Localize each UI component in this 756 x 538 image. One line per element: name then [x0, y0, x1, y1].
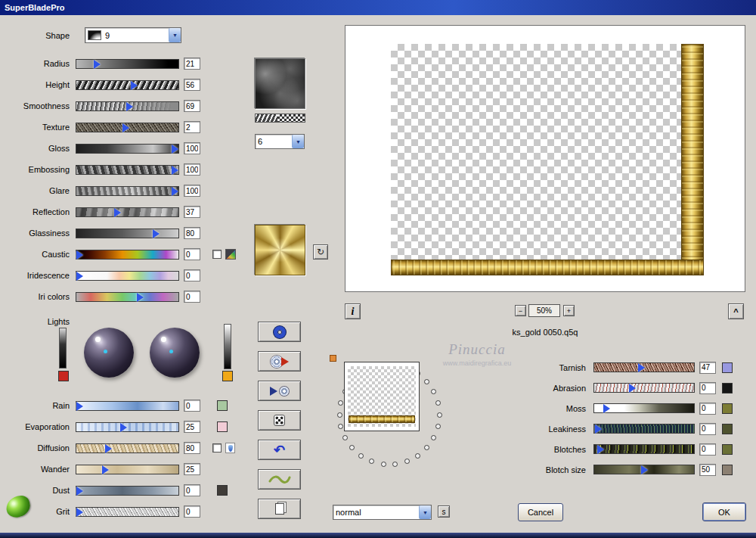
slider-value-grit[interactable] [184, 505, 200, 518]
slider-value-evaporation[interactable] [184, 421, 200, 433]
slider-thumb-height[interactable] [131, 81, 138, 90]
slider-value-rain[interactable] [184, 400, 200, 412]
slider-track-glassiness[interactable] [76, 229, 179, 238]
dial-dot[interactable] [349, 445, 355, 450]
color-swatch-blotches[interactable] [722, 444, 733, 455]
slider-thumb-moss[interactable] [603, 404, 610, 413]
chevron-down-icon[interactable]: ▼ [419, 505, 431, 519]
slider-thumb-reflection[interactable] [114, 208, 121, 217]
slider-track-iridescence[interactable] [76, 271, 179, 281]
slider-value-gloss[interactable] [184, 142, 200, 154]
checkbox-caustic[interactable] [212, 250, 222, 259]
water-wave-button[interactable] [258, 469, 301, 490]
slider-value-iridescence[interactable] [184, 269, 200, 281]
slider-value-leakiness[interactable] [699, 423, 716, 435]
slider-track-reflection[interactable] [76, 207, 179, 217]
light-color-swatch-right[interactable] [222, 371, 233, 381]
environment-map-preview[interactable] [255, 225, 305, 275]
dial-dot[interactable] [338, 400, 343, 406]
slider-track-smoothness[interactable] [76, 101, 179, 111]
dial-dot[interactable] [392, 462, 398, 467]
slider-thumb-radius[interactable] [94, 60, 101, 69]
color-swatch-abrasion[interactable] [722, 383, 733, 393]
color-swatch-blotch-size[interactable] [722, 465, 733, 475]
light-color-swatch-left[interactable] [58, 371, 69, 381]
ok-button[interactable]: OK [702, 502, 746, 521]
slider-value-height[interactable] [184, 79, 200, 91]
slider-value-embossing[interactable] [184, 163, 200, 176]
light-ball-2[interactable] [150, 328, 200, 378]
blend-mode-select[interactable]: normal ▼ [333, 505, 432, 520]
info-button[interactable]: i [345, 303, 361, 319]
slider-track-rain[interactable] [76, 401, 179, 411]
slider-value-glassiness[interactable] [184, 227, 200, 239]
slider-value-radius[interactable] [184, 58, 200, 70]
slider-thumb-glassiness[interactable] [153, 229, 160, 238]
color-swatch-evaporation[interactable] [217, 421, 228, 432]
light-position-dot[interactable] [169, 350, 173, 353]
slider-value-smoothness[interactable] [184, 100, 200, 112]
ring-tool-button[interactable] [258, 322, 301, 342]
slider-thumb-embossing[interactable] [172, 166, 178, 175]
slider-track-diffusion[interactable] [76, 443, 179, 453]
slider-value-caustic[interactable] [184, 248, 200, 260]
light-intensity-slider-right[interactable] [224, 324, 231, 369]
slider-thumb-grit[interactable] [76, 508, 83, 517]
slider-value-abrasion[interactable] [699, 382, 716, 394]
dial-dot[interactable] [424, 445, 429, 450]
slider-thumb-dust[interactable] [76, 487, 83, 496]
slider-track-iri-colors[interactable] [76, 292, 179, 302]
slider-track-evaporation[interactable] [76, 422, 179, 432]
slider-thumb-glare[interactable] [172, 187, 178, 196]
caustic-colors-icon[interactable] [225, 249, 236, 260]
slider-track-gloss[interactable] [76, 144, 179, 154]
dial-dot[interactable] [435, 424, 441, 429]
dial-dot[interactable] [342, 435, 348, 440]
slider-value-tarnish[interactable] [699, 362, 716, 374]
slider-thumb-tarnish[interactable] [638, 363, 645, 372]
slider-track-moss[interactable] [593, 403, 695, 413]
cancel-button[interactable]: Cancel [518, 503, 563, 521]
color-swatch-moss[interactable] [722, 403, 733, 414]
color-swatch-tarnish[interactable] [722, 362, 733, 373]
chevron-down-icon[interactable]: ▼ [292, 135, 304, 148]
main-preview-pane[interactable] [345, 25, 745, 292]
dial-dot[interactable] [431, 435, 436, 440]
slider-thumb-diffusion[interactable] [105, 444, 112, 453]
texture-select[interactable]: 6 ▼ [255, 134, 305, 149]
slider-thumb-rain[interactable] [76, 402, 83, 411]
random-dice-button[interactable] [258, 410, 301, 431]
texture-mini-slider[interactable] [255, 114, 305, 123]
slider-track-abrasion[interactable] [593, 383, 695, 393]
dial-dot[interactable] [404, 459, 410, 464]
slider-value-dust[interactable] [184, 484, 200, 496]
slider-thumb-wander[interactable] [102, 465, 109, 474]
slider-thumb-caustic[interactable] [76, 250, 83, 260]
slider-thumb-gloss[interactable] [172, 145, 178, 154]
dial-dot[interactable] [358, 453, 364, 459]
light-intensity-slider-left[interactable] [59, 328, 67, 369]
slider-thumb-iridescence[interactable] [76, 272, 83, 281]
slider-thumb-blotches[interactable] [597, 445, 604, 454]
slider-value-blotch-size[interactable] [699, 464, 716, 476]
dial-dot[interactable] [437, 412, 442, 418]
disc-play-button[interactable] [258, 351, 301, 372]
collapse-button[interactable]: ^ [728, 303, 744, 319]
undo-button[interactable]: ↶ [258, 440, 301, 460]
slider-value-diffusion[interactable] [184, 442, 200, 454]
slider-track-blotch-size[interactable] [593, 465, 695, 474]
slider-track-height[interactable] [76, 80, 179, 90]
shape-select[interactable]: 9 ▼ [85, 27, 181, 43]
color-swatch-rain[interactable] [217, 400, 228, 411]
dial-dot[interactable] [431, 389, 436, 394]
slider-track-radius[interactable] [76, 59, 179, 69]
zoom-in-button[interactable]: + [563, 305, 575, 316]
environment-refresh-button[interactable]: ↻ [313, 244, 328, 260]
diffusion-drop-icon[interactable] [225, 443, 235, 453]
slider-value-wander[interactable] [184, 463, 200, 475]
chevron-down-icon[interactable]: ▼ [169, 28, 181, 42]
transparent-canvas[interactable] [391, 44, 704, 275]
color-swatch-leakiness[interactable] [722, 424, 733, 434]
slider-thumb-texture[interactable] [122, 123, 129, 132]
slider-value-glare[interactable] [184, 185, 200, 197]
